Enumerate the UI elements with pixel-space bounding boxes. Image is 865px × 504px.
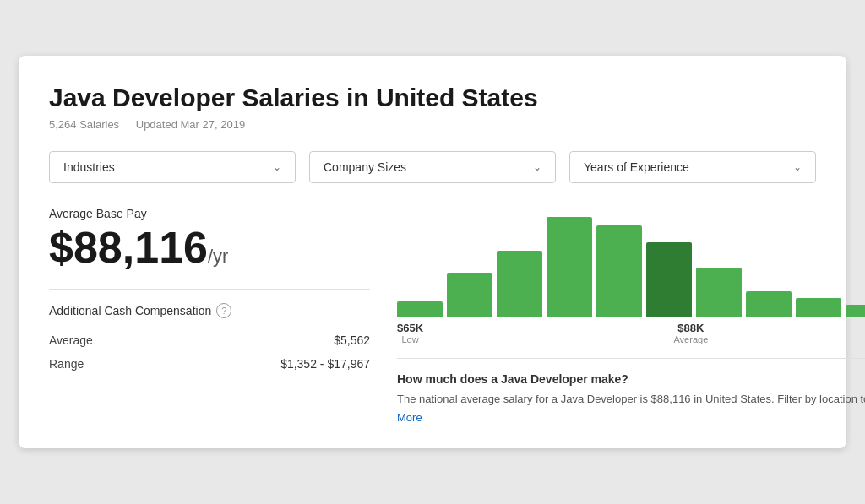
left-panel: Average Base Pay $88,116/yr Additional C… (49, 207, 370, 425)
info-section: How much does a Java Developer make? The… (397, 358, 865, 425)
histogram-labels: $65KLow$88KAverage$121KHigh (397, 322, 865, 344)
histogram-bar (746, 291, 792, 317)
chevron-down-icon: ⌄ (533, 161, 541, 173)
salaries-count: 5,264 Salaries (49, 118, 119, 131)
hist-label-desc: Average (673, 334, 708, 344)
info-title: How much does a Java Developer make? (397, 372, 865, 386)
hist-label-value: $88K (673, 322, 708, 334)
subtitle: 5,264 Salaries Updated Mar 27, 2019 (49, 118, 816, 131)
cash-comp-label: Additional Cash Compensation (49, 304, 211, 317)
help-icon[interactable]: ? (216, 303, 231, 318)
avg-base-pay-value: $88,116/yr (49, 224, 370, 272)
histogram-label-group: $88KAverage (673, 322, 708, 344)
updated-date: Updated Mar 27, 2019 (136, 118, 245, 131)
per-yr: /yr (208, 246, 228, 267)
comp-rows: Average$5,562Range$1,352 - $17,967 (49, 328, 370, 376)
salary-value: $88,116 (49, 223, 208, 272)
divider (49, 289, 370, 290)
page-title: Java Developer Salaries in United States (49, 83, 816, 113)
filter-industries[interactable]: Industries⌄ (49, 151, 296, 183)
histogram-bar (447, 273, 492, 317)
info-text: The national average salary for a Java D… (397, 391, 865, 408)
histogram-label-group: $65KLow (397, 322, 423, 344)
salary-card: Java Developer Salaries in United States… (19, 56, 846, 448)
cash-comp-header: Additional Cash Compensation ? (49, 303, 370, 318)
main-content: Average Base Pay $88,116/yr Additional C… (49, 207, 816, 425)
comp-row-value: $5,562 (334, 333, 370, 347)
chevron-down-icon: ⌄ (793, 161, 802, 173)
filter-label: Years of Experience (584, 160, 689, 174)
histogram-bar (596, 225, 642, 317)
filter-label: Industries (63, 160, 115, 174)
comp-row-label: Range (49, 357, 84, 371)
histogram-bar (796, 298, 841, 317)
more-link[interactable]: More (397, 411, 422, 424)
histogram: $65KLow$88KAverage$121KHigh (397, 207, 865, 344)
histogram-bar (846, 305, 865, 317)
histogram-bar (646, 242, 692, 317)
filter-years-of-experience[interactable]: Years of Experience⌄ (569, 151, 816, 183)
histogram-bar (497, 251, 542, 317)
histogram-bar (547, 217, 592, 317)
hist-label-value: $65K (397, 322, 423, 334)
filter-company-sizes[interactable]: Company Sizes⌄ (309, 151, 556, 183)
chevron-down-icon: ⌄ (273, 161, 281, 173)
right-panel: $65KLow$88KAverage$121KHigh How much doe… (397, 207, 865, 425)
filter-label: Company Sizes (324, 160, 406, 174)
avg-base-pay-label: Average Base Pay (49, 207, 370, 220)
comp-row: Range$1,352 - $17,967 (49, 352, 370, 376)
histogram-bar (696, 268, 742, 317)
histogram-bar (397, 301, 443, 317)
filter-row: Industries⌄Company Sizes⌄Years of Experi… (49, 151, 816, 183)
histogram-bars (397, 207, 865, 317)
comp-row: Average$5,562 (49, 328, 370, 352)
comp-row-label: Average (49, 333, 93, 347)
comp-row-value: $1,352 - $17,967 (280, 357, 370, 371)
hist-label-desc: Low (397, 334, 423, 344)
